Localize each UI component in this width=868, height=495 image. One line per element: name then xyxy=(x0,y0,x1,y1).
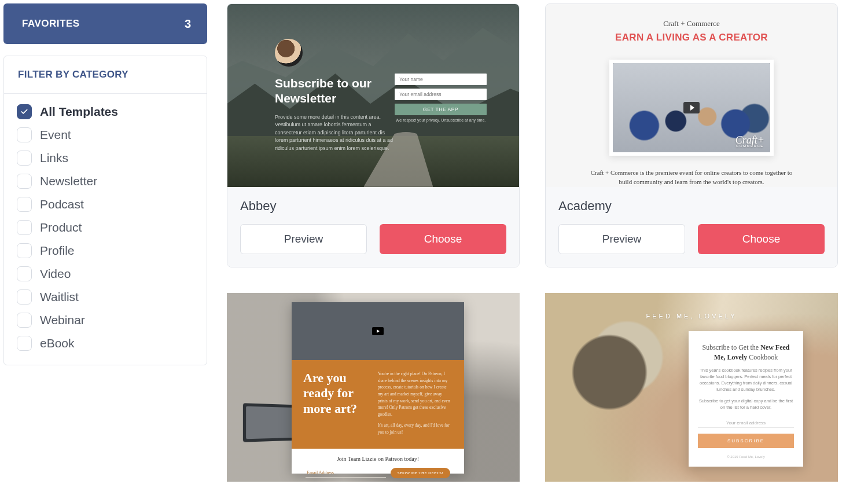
template-card-feed: FEED ME, LOVELY Subscribe to Get the New… xyxy=(545,293,838,482)
filter-card: FILTER BY CATEGORY All TemplatesEventLin… xyxy=(3,56,207,365)
checkbox[interactable] xyxy=(17,174,32,189)
filter-category-ebook[interactable]: eBook xyxy=(17,336,194,351)
thumb-heading: Subscribe to Get the New Feed Me, Lovely… xyxy=(698,343,794,362)
template-title: Academy xyxy=(558,199,825,214)
laptop-icon xyxy=(243,403,298,442)
filter-label: All Templates xyxy=(40,105,118,119)
favorites-bar[interactable]: FAVORITES 3 xyxy=(3,3,207,44)
filter-category-links[interactable]: Links xyxy=(17,151,194,166)
template-title: Abbey xyxy=(240,199,506,214)
thumb-email-field: Email Address xyxy=(306,468,386,478)
sidebar: FAVORITES 3 FILTER BY CATEGORY All Templ… xyxy=(3,3,207,365)
thumb-email-field: Your email address xyxy=(395,89,487,100)
thumb-note: We respect your privacy. Unsubscribe at … xyxy=(395,118,487,122)
play-icon xyxy=(683,102,700,113)
filter-category-podcast[interactable]: Podcast xyxy=(17,197,194,212)
filter-header: FILTER BY CATEGORY xyxy=(4,56,207,94)
thumb-description: Craft + Commerce is the premiere event f… xyxy=(587,168,796,187)
template-card-art: Are you ready for more art? You're in th… xyxy=(227,293,520,482)
favorites-count: 3 xyxy=(185,17,191,31)
thumb-banner: FEED ME, LOVELY xyxy=(545,313,838,320)
thumb-submit-button: SHOW ME THE DEETS! xyxy=(391,468,450,478)
template-card-abbey: Subscribe to our Newsletter Provide some… xyxy=(227,3,520,267)
page-layout: FAVORITES 3 FILTER BY CATEGORY All Templ… xyxy=(3,3,865,482)
filter-label: Video xyxy=(40,267,71,281)
thumb-heading: Are you ready for more art? xyxy=(303,371,372,436)
checkbox[interactable] xyxy=(17,220,32,235)
template-thumbnail[interactable]: FEED ME, LOVELY Subscribe to Get the New… xyxy=(545,293,838,482)
thumb-cta-line: Join Team Lizzie on Patreon today! xyxy=(306,456,450,462)
thumb-subscribe-button: SUBSCRIBE xyxy=(698,434,794,448)
thumb-copyright: © 2019 Feed Me, Lovely xyxy=(698,455,794,459)
filter-category-product[interactable]: Product xyxy=(17,220,194,235)
filter-category-event[interactable]: Event xyxy=(17,127,194,142)
filter-category-profile[interactable]: Profile xyxy=(17,243,194,258)
checkbox[interactable] xyxy=(17,197,32,212)
filter-label: Newsletter xyxy=(40,174,97,188)
filter-category-webinar[interactable]: Webinar xyxy=(17,313,194,328)
thumb-email-field: Your email address xyxy=(698,419,794,428)
checkbox[interactable] xyxy=(17,243,32,258)
template-thumbnail[interactable]: Craft + Commerce EARN A LIVING AS A CREA… xyxy=(546,4,837,187)
checkbox[interactable] xyxy=(17,289,32,305)
checkbox[interactable] xyxy=(17,336,32,351)
filter-list: All TemplatesEventLinksNewsletterPodcast… xyxy=(4,94,207,365)
checkbox[interactable] xyxy=(17,104,32,119)
thumb-cta-button: GET THE APP xyxy=(395,104,487,115)
filter-label: Event xyxy=(40,128,71,142)
thumb-heading: Subscribe to our Newsletter xyxy=(275,76,395,107)
thumb-logo: Craft+ COMMERCE xyxy=(735,135,764,148)
template-grid: Subscribe to our Newsletter Provide some… xyxy=(227,3,865,482)
checkbox[interactable] xyxy=(17,127,32,142)
filter-category-all-templates[interactable]: All Templates xyxy=(17,104,194,119)
favorites-label: FAVORITES xyxy=(22,18,80,30)
filter-category-newsletter[interactable]: Newsletter xyxy=(17,174,194,189)
thumb-headline: EARN A LIVING AS A CREATOR xyxy=(615,32,768,43)
checkbox[interactable] xyxy=(17,266,32,281)
filter-label: Links xyxy=(40,151,68,165)
play-icon xyxy=(372,327,384,335)
thumb-name-field: Your name xyxy=(395,74,487,85)
template-thumbnail[interactable]: Subscribe to our Newsletter Provide some… xyxy=(227,4,519,187)
filter-label: eBook xyxy=(40,336,75,350)
choose-button[interactable]: Choose xyxy=(698,224,825,254)
filter-category-waitlist[interactable]: Waitlist xyxy=(17,289,194,305)
filter-category-video[interactable]: Video xyxy=(17,266,194,281)
template-card-academy: Craft + Commerce EARN A LIVING AS A CREA… xyxy=(545,3,838,267)
thumb-video: Craft + Commerce 2018 Highlights – A Con… xyxy=(609,60,774,156)
checkbox[interactable] xyxy=(17,313,32,328)
choose-button[interactable]: Choose xyxy=(380,224,506,254)
filter-label: Product xyxy=(40,221,82,234)
check-icon xyxy=(20,108,28,116)
avatar-icon xyxy=(275,39,303,67)
filter-label: Podcast xyxy=(40,197,84,211)
template-thumbnail[interactable]: Are you ready for more art? You're in th… xyxy=(227,293,520,482)
checkbox[interactable] xyxy=(17,151,32,166)
thumb-toptext: Craft + Commerce xyxy=(663,19,720,28)
preview-button[interactable]: Preview xyxy=(558,224,685,254)
preview-button[interactable]: Preview xyxy=(240,224,367,254)
thumb-body: Provide some more detail in this content… xyxy=(275,113,395,153)
filter-label: Webinar xyxy=(40,313,85,327)
filter-label: Waitlist xyxy=(40,290,79,304)
filter-label: Profile xyxy=(40,244,75,258)
